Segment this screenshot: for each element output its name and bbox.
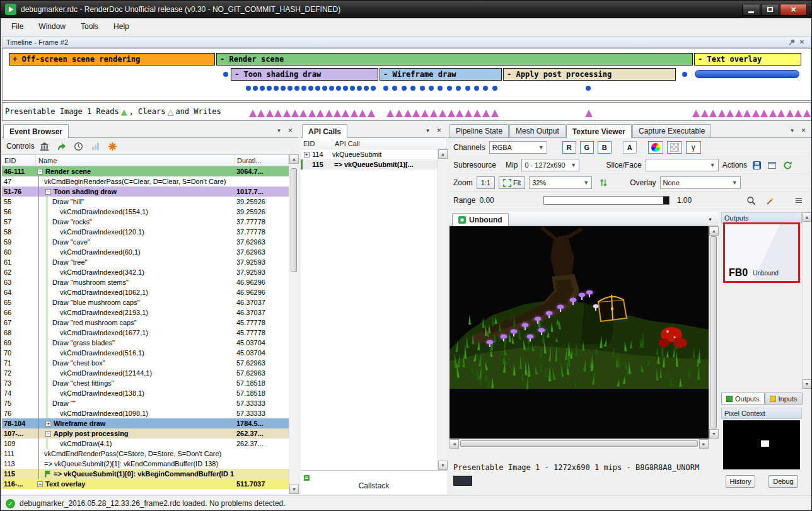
clock-icon[interactable] xyxy=(72,140,86,152)
eb-close-icon[interactable]: ✕ xyxy=(286,126,295,135)
event-row[interactable]: 113=> vkQueueSubmit(2)[1]: vkEndCommandB… xyxy=(2,459,289,469)
gamma-button[interactable]: γ xyxy=(686,141,701,154)
title-bar[interactable]: debugmarker.rdc - RenderDoc Unofficial r… xyxy=(1,1,811,18)
tab-capture-executable[interactable]: Capture Executable xyxy=(632,124,711,137)
event-row[interactable]: 70vkCmdDrawIndexed(516,1)45.03704 xyxy=(2,348,289,358)
event-dot[interactable] xyxy=(336,86,341,91)
api-row[interactable]: +114vkQueueSubmit xyxy=(301,149,447,159)
red-channel-button[interactable]: R xyxy=(562,141,576,154)
event-row[interactable]: 74vkCmdDrawIndexed(138,1)57.18518 xyxy=(2,388,289,398)
timeline-bar--render-scene[interactable]: - Render scene xyxy=(216,53,693,66)
zoom-1to1-button[interactable]: 1:1 xyxy=(477,176,495,189)
event-dot[interactable] xyxy=(586,86,591,91)
event-row[interactable]: 75Draw ""57.33333 xyxy=(2,398,289,408)
debug-button[interactable]: Debug xyxy=(768,475,798,488)
api-calls-scrollbar[interactable]: ▲ ▼ xyxy=(438,149,447,470)
channels-combo[interactable]: RGBA▼ xyxy=(489,141,547,154)
texture-view[interactable] xyxy=(450,226,709,439)
collapse-box-icon[interactable]: - xyxy=(37,169,43,175)
expand-box-icon[interactable]: + xyxy=(304,152,310,158)
fb0-thumbnail[interactable]: FB0 Unbound xyxy=(723,222,800,283)
event-row[interactable]: 51-76-Toon shading draw1017.7... xyxy=(2,187,289,197)
scroll-down-icon[interactable]: ▼ xyxy=(438,461,448,470)
event-dot[interactable] xyxy=(260,86,265,91)
event-dot[interactable] xyxy=(392,86,397,91)
event-dot[interactable] xyxy=(350,86,355,91)
event-dot[interactable] xyxy=(456,86,461,91)
api-row[interactable]: 115=> vkQueueSubmit(1)[... xyxy=(301,159,447,169)
tab-event-browser[interactable]: Event Browser xyxy=(3,124,69,138)
event-dot[interactable] xyxy=(246,86,251,91)
text-overlay-events-pill[interactable] xyxy=(695,70,799,78)
event-dot[interactable] xyxy=(465,86,470,91)
event-row[interactable]: 56vkCmdDrawIndexed(1554,1)39.25926 xyxy=(2,207,289,217)
tab-unbound-texture[interactable]: Unbound xyxy=(452,213,509,226)
event-row[interactable]: 46-111-Render scene3064.7... xyxy=(2,166,289,176)
event-dot[interactable] xyxy=(329,86,334,91)
event-dot[interactable] xyxy=(274,86,279,91)
range-options-button[interactable] xyxy=(791,194,806,207)
tab-pipeline-state[interactable]: Pipeline State xyxy=(450,124,509,137)
range-slider[interactable] xyxy=(543,196,670,205)
timeline-bar--off-screen-scene-rendering[interactable]: + Off-screen scene rendering xyxy=(9,53,215,66)
api-eid-column-header[interactable]: EID xyxy=(301,138,332,149)
event-row[interactable]: 47vkCmdBeginRenderPass(C=Clear, D=Clear,… xyxy=(2,176,289,187)
event-dot[interactable] xyxy=(438,86,443,91)
api-close-icon[interactable]: ✕ xyxy=(434,126,444,135)
event-row[interactable]: 78-104+Wireframe draw1784.5... xyxy=(2,418,289,428)
menu-file[interactable]: File xyxy=(4,20,31,33)
tab-mesh-output[interactable]: Mesh Output xyxy=(509,124,566,137)
duration-column-header[interactable]: Durati... xyxy=(235,155,289,166)
timeline-header[interactable]: Timeline - Frame #2 ✕ xyxy=(2,36,811,48)
texture-hscrollbar[interactable]: ◄ ► xyxy=(450,439,709,448)
mip-combo[interactable]: 0 - 1272x690▼ xyxy=(521,159,579,171)
event-dot[interactable] xyxy=(343,86,348,91)
alpha-channel-button[interactable]: A xyxy=(623,141,637,154)
timeline-canvas[interactable]: + Off-screen scene rendering- Render sce… xyxy=(2,48,811,101)
event-dot[interactable] xyxy=(483,86,488,91)
event-row[interactable]: 107-...-Apply post processing262.37... xyxy=(2,428,289,439)
collapse-box-icon[interactable]: - xyxy=(45,431,51,437)
goto-eid-icon[interactable] xyxy=(55,140,69,152)
timeline-bar--apply-post-processing[interactable]: - Apply post processing xyxy=(503,68,676,81)
zoom-combo[interactable]: 32%▼ xyxy=(529,176,592,189)
dock-close-icon[interactable]: ✕ xyxy=(799,126,808,135)
open-window-button[interactable] xyxy=(767,159,779,171)
event-row[interactable]: 57Draw "rocks"37.77778 xyxy=(2,217,289,227)
scroll-left-icon[interactable]: ◄ xyxy=(450,439,459,449)
event-dot[interactable] xyxy=(429,86,434,91)
timeline-bar--text-overlay[interactable]: - Text overlay xyxy=(694,53,801,66)
event-row[interactable]: 115=> vkQueueSubmit(1)[0]: vkBeginComman… xyxy=(2,469,289,479)
event-dot[interactable] xyxy=(402,86,407,91)
expand-box-icon[interactable]: + xyxy=(37,481,43,487)
tab-texture-viewer[interactable]: Texture Viewer xyxy=(566,124,632,138)
event-row[interactable]: 60vkCmdDrawIndexed(60,1)37.62963 xyxy=(2,247,289,257)
maximize-button[interactable] xyxy=(761,4,779,16)
event-row[interactable]: 55Draw "hill"39.25926 xyxy=(2,197,289,207)
event-dot[interactable] xyxy=(223,72,228,77)
event-row[interactable]: 73Draw "chest fittings"57.18518 xyxy=(2,378,289,388)
refresh-button[interactable] xyxy=(782,159,794,171)
tab-api-calls[interactable]: API Calls xyxy=(302,124,347,138)
event-dot[interactable] xyxy=(420,86,425,91)
api-menu-icon[interactable]: ▾ xyxy=(423,126,432,135)
menu-tools[interactable]: Tools xyxy=(73,20,106,33)
event-row[interactable]: 71Draw "chest box"57.62963 xyxy=(2,358,289,368)
event-row[interactable]: 58vkCmdDrawIndexed(120,1)37.77778 xyxy=(2,227,289,237)
event-dot[interactable] xyxy=(253,86,258,91)
event-dot[interactable] xyxy=(301,86,306,91)
menu-window[interactable]: Window xyxy=(31,20,73,33)
event-row[interactable]: 111vkCmdEndRenderPass(C=Store, D=Store, … xyxy=(2,449,289,459)
scrollbar-thumb[interactable] xyxy=(460,440,698,447)
save-button[interactable] xyxy=(751,159,763,171)
event-row[interactable]: 68vkCmdDrawIndexed(1677,1)45.77778 xyxy=(2,328,289,338)
event-row[interactable]: 66vkCmdDrawIndexed(2193,1)46.37037 xyxy=(2,307,289,318)
scroll-down-icon[interactable]: ▼ xyxy=(289,485,299,494)
range-slider-handle[interactable] xyxy=(663,197,669,204)
pin-icon[interactable] xyxy=(787,38,797,47)
close-button[interactable]: ✕ xyxy=(780,4,807,16)
tab-outputs[interactable]: Outputs xyxy=(721,393,765,405)
texture-tab-list-icon[interactable]: ▾ xyxy=(705,215,715,224)
eid-column-header[interactable]: EID xyxy=(2,155,36,166)
time-draws-icon[interactable] xyxy=(38,140,52,152)
